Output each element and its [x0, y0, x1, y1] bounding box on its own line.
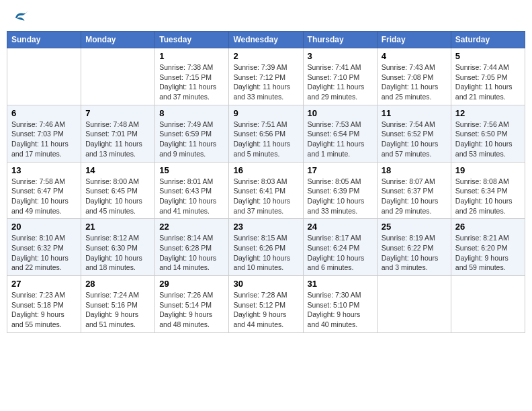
calendar-cell: 10Sunrise: 7:53 AM Sunset: 6:54 PM Dayli…: [303, 105, 377, 162]
day-number: 19: [455, 165, 521, 175]
weekday-header-friday: Friday: [377, 32, 451, 48]
day-number: 25: [382, 222, 447, 232]
calendar-cell: 3Sunrise: 7:41 AM Sunset: 7:10 PM Daylig…: [303, 48, 377, 105]
day-number: 3: [308, 51, 373, 61]
calendar-cell: 1Sunrise: 7:38 AM Sunset: 7:15 PM Daylig…: [155, 48, 229, 105]
calendar-cell: 30Sunrise: 7:28 AM Sunset: 5:12 PM Dayli…: [229, 276, 303, 333]
calendar-cell: [81, 48, 155, 105]
calendar-cell: 8Sunrise: 7:49 AM Sunset: 6:59 PM Daylig…: [155, 105, 229, 162]
day-number: 21: [85, 222, 150, 232]
day-info: Sunrise: 7:53 AM Sunset: 6:54 PM Dayligh…: [308, 120, 373, 159]
calendar-week-3: 13Sunrise: 7:58 AM Sunset: 6:47 PM Dayli…: [7, 162, 525, 219]
calendar-cell: 19Sunrise: 8:08 AM Sunset: 6:34 PM Dayli…: [451, 162, 525, 219]
day-info: Sunrise: 7:44 AM Sunset: 7:05 PM Dayligh…: [455, 62, 521, 102]
calendar-table: SundayMondayTuesdayWednesdayThursdayFrid…: [7, 31, 525, 333]
calendar-cell: 27Sunrise: 7:23 AM Sunset: 5:18 PM Dayli…: [7, 276, 81, 333]
day-number: 1: [159, 51, 224, 61]
day-number: 24: [308, 222, 373, 232]
day-info: Sunrise: 8:17 AM Sunset: 6:24 PM Dayligh…: [308, 233, 373, 273]
calendar-week-2: 6Sunrise: 7:46 AM Sunset: 7:03 PM Daylig…: [7, 105, 525, 162]
calendar-week-5: 27Sunrise: 7:23 AM Sunset: 5:18 PM Dayli…: [7, 276, 525, 333]
day-info: Sunrise: 7:23 AM Sunset: 5:18 PM Dayligh…: [11, 290, 77, 330]
calendar-cell: 9Sunrise: 7:51 AM Sunset: 6:56 PM Daylig…: [229, 105, 303, 162]
day-info: Sunrise: 8:12 AM Sunset: 6:30 PM Dayligh…: [85, 233, 150, 273]
day-number: 17: [308, 165, 373, 175]
day-info: Sunrise: 7:54 AM Sunset: 6:52 PM Dayligh…: [382, 120, 447, 159]
day-info: Sunrise: 7:43 AM Sunset: 7:08 PM Dayligh…: [382, 62, 447, 102]
day-info: Sunrise: 8:05 AM Sunset: 6:39 PM Dayligh…: [308, 177, 373, 216]
day-number: 9: [233, 108, 298, 118]
day-info: Sunrise: 8:14 AM Sunset: 6:28 PM Dayligh…: [159, 233, 224, 273]
day-info: Sunrise: 7:24 AM Sunset: 5:16 PM Dayligh…: [85, 290, 150, 330]
day-number: 29: [159, 279, 224, 289]
day-info: Sunrise: 7:30 AM Sunset: 5:10 PM Dayligh…: [308, 290, 373, 330]
day-info: Sunrise: 8:03 AM Sunset: 6:41 PM Dayligh…: [233, 177, 298, 216]
calendar-cell: 21Sunrise: 8:12 AM Sunset: 6:30 PM Dayli…: [81, 219, 155, 276]
day-info: Sunrise: 7:58 AM Sunset: 6:47 PM Dayligh…: [11, 177, 77, 216]
calendar-cell: 29Sunrise: 7:26 AM Sunset: 5:14 PM Dayli…: [155, 276, 229, 333]
calendar-cell: 17Sunrise: 8:05 AM Sunset: 6:39 PM Dayli…: [303, 162, 377, 219]
day-number: 4: [382, 51, 447, 61]
day-info: Sunrise: 7:38 AM Sunset: 7:15 PM Dayligh…: [159, 62, 224, 102]
day-number: 13: [11, 165, 77, 175]
calendar-cell: 31Sunrise: 7:30 AM Sunset: 5:10 PM Dayli…: [303, 276, 377, 333]
logo-bird-icon: [13, 9, 28, 24]
calendar-cell: 28Sunrise: 7:24 AM Sunset: 5:16 PM Dayli…: [81, 276, 155, 333]
day-info: Sunrise: 8:01 AM Sunset: 6:43 PM Dayligh…: [159, 177, 224, 216]
page-header: [7, 7, 525, 27]
calendar-cell: 23Sunrise: 8:15 AM Sunset: 6:26 PM Dayli…: [229, 219, 303, 276]
day-number: 23: [233, 222, 298, 232]
day-info: Sunrise: 7:56 AM Sunset: 6:50 PM Dayligh…: [455, 120, 521, 159]
calendar-cell: [7, 48, 81, 105]
day-number: 10: [308, 108, 373, 118]
day-info: Sunrise: 8:00 AM Sunset: 6:45 PM Dayligh…: [85, 177, 150, 216]
weekday-header-saturday: Saturday: [451, 32, 525, 48]
day-number: 22: [159, 222, 224, 232]
day-number: 2: [233, 51, 298, 61]
day-info: Sunrise: 8:08 AM Sunset: 6:34 PM Dayligh…: [455, 177, 521, 216]
weekday-header-tuesday: Tuesday: [155, 32, 229, 48]
day-info: Sunrise: 7:49 AM Sunset: 6:59 PM Dayligh…: [159, 120, 224, 159]
day-number: 20: [11, 222, 77, 232]
calendar-cell: [451, 276, 525, 333]
day-info: Sunrise: 8:07 AM Sunset: 6:37 PM Dayligh…: [382, 177, 447, 216]
day-number: 31: [308, 279, 373, 289]
day-number: 30: [233, 279, 298, 289]
calendar-cell: 22Sunrise: 8:14 AM Sunset: 6:28 PM Dayli…: [155, 219, 229, 276]
day-number: 27: [11, 279, 77, 289]
calendar-cell: 6Sunrise: 7:46 AM Sunset: 7:03 PM Daylig…: [7, 105, 81, 162]
calendar-cell: 24Sunrise: 8:17 AM Sunset: 6:24 PM Dayli…: [303, 219, 377, 276]
day-info: Sunrise: 8:15 AM Sunset: 6:26 PM Dayligh…: [233, 233, 298, 273]
calendar-cell: 12Sunrise: 7:56 AM Sunset: 6:50 PM Dayli…: [451, 105, 525, 162]
weekday-header-wednesday: Wednesday: [229, 32, 303, 48]
calendar-cell: 13Sunrise: 7:58 AM Sunset: 6:47 PM Dayli…: [7, 162, 81, 219]
day-number: 11: [382, 108, 447, 118]
day-info: Sunrise: 7:28 AM Sunset: 5:12 PM Dayligh…: [233, 290, 298, 330]
day-number: 14: [85, 165, 150, 175]
calendar-cell: 5Sunrise: 7:44 AM Sunset: 7:05 PM Daylig…: [451, 48, 525, 105]
day-number: 5: [455, 51, 521, 61]
day-number: 7: [85, 108, 150, 118]
calendar-cell: 20Sunrise: 8:10 AM Sunset: 6:32 PM Dayli…: [7, 219, 81, 276]
calendar-cell: 14Sunrise: 8:00 AM Sunset: 6:45 PM Dayli…: [81, 162, 155, 219]
day-info: Sunrise: 7:51 AM Sunset: 6:56 PM Dayligh…: [233, 120, 298, 159]
weekday-header-row: SundayMondayTuesdayWednesdayThursdayFrid…: [7, 32, 525, 48]
day-number: 18: [382, 165, 447, 175]
day-info: Sunrise: 7:39 AM Sunset: 7:12 PM Dayligh…: [233, 62, 298, 102]
weekday-header-monday: Monday: [81, 32, 155, 48]
day-number: 26: [455, 222, 521, 232]
calendar-week-1: 1Sunrise: 7:38 AM Sunset: 7:15 PM Daylig…: [7, 48, 525, 105]
day-number: 12: [455, 108, 521, 118]
calendar-cell: 7Sunrise: 7:48 AM Sunset: 7:01 PM Daylig…: [81, 105, 155, 162]
calendar-week-4: 20Sunrise: 8:10 AM Sunset: 6:32 PM Dayli…: [7, 219, 525, 276]
calendar-cell: 11Sunrise: 7:54 AM Sunset: 6:52 PM Dayli…: [377, 105, 451, 162]
calendar-cell: 15Sunrise: 8:01 AM Sunset: 6:43 PM Dayli…: [155, 162, 229, 219]
day-info: Sunrise: 8:19 AM Sunset: 6:22 PM Dayligh…: [382, 233, 447, 273]
day-info: Sunrise: 7:26 AM Sunset: 5:14 PM Dayligh…: [159, 290, 224, 330]
calendar-cell: 4Sunrise: 7:43 AM Sunset: 7:08 PM Daylig…: [377, 48, 451, 105]
weekday-header-sunday: Sunday: [7, 32, 81, 48]
day-info: Sunrise: 7:41 AM Sunset: 7:10 PM Dayligh…: [308, 62, 373, 102]
calendar-cell: 26Sunrise: 8:21 AM Sunset: 6:20 PM Dayli…: [451, 219, 525, 276]
calendar-cell: 16Sunrise: 8:03 AM Sunset: 6:41 PM Dayli…: [229, 162, 303, 219]
day-number: 8: [159, 108, 224, 118]
